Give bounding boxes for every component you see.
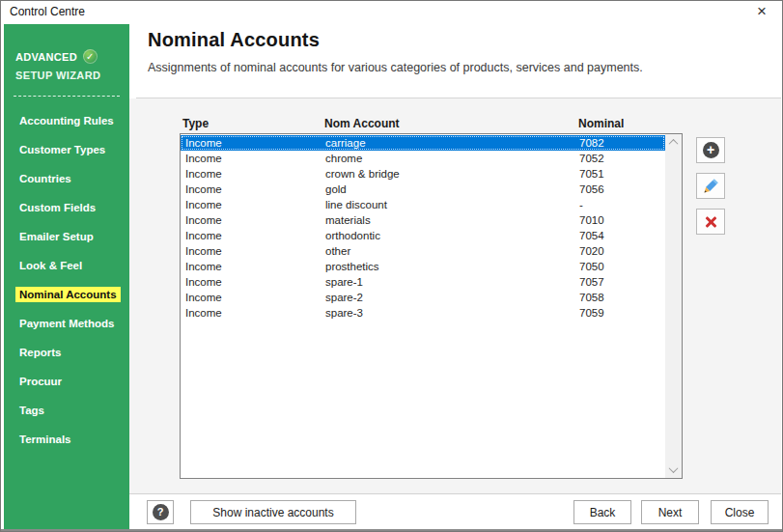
- control-centre-window: Control Centre × ADVANCED ✓ SETUP WIZARD…: [0, 0, 783, 532]
- sidebar-item-label: Countries: [15, 171, 75, 186]
- cell-type: Income: [185, 199, 325, 210]
- setup-wizard-sidebar: ADVANCED ✓ SETUP WIZARD Accounting Rules…: [4, 24, 129, 529]
- advanced-check-icon: ✓: [83, 49, 98, 64]
- column-header-nom-account: Nom Account: [324, 117, 400, 130]
- table-row[interactable]: Incomecrown & bridge7051: [181, 166, 665, 182]
- window-close-icon[interactable]: ×: [752, 2, 771, 21]
- cell-type: Income: [185, 261, 325, 272]
- sidebar-item-payment-methods[interactable]: Payment Methods: [4, 309, 129, 338]
- sidebar-item-label: Procuur: [15, 374, 66, 389]
- table-row[interactable]: Incomegold7056: [181, 182, 665, 197]
- cell-account: crown & bridge: [325, 168, 579, 180]
- sidebar-item-label: Custom Fields: [15, 200, 99, 215]
- cell-account: line discount: [325, 199, 579, 210]
- sidebar-item-label: Reports: [15, 345, 65, 360]
- table-row[interactable]: Incomematerials7010: [181, 212, 665, 228]
- sidebar-item-nominal-accounts[interactable]: Nominal Accounts: [4, 280, 129, 309]
- page-title: Nominal Accounts: [148, 29, 320, 51]
- table-row[interactable]: Incomespare-27058: [181, 290, 665, 305]
- show-inactive-accounts-button[interactable]: Show inactive accounts: [190, 500, 356, 524]
- cell-account: gold: [325, 183, 579, 195]
- cell-type: Income: [185, 292, 325, 303]
- sidebar-item-label: Look & Feel: [15, 258, 86, 273]
- table-row[interactable]: Incomeprosthetics7050: [181, 259, 665, 274]
- cell-account: chrome: [325, 153, 579, 164]
- cell-account: materials: [325, 214, 579, 226]
- plus-circle-icon: +: [703, 142, 719, 158]
- sidebar-item-procuur[interactable]: Procuur: [4, 367, 129, 396]
- cell-type: Income: [185, 183, 325, 195]
- cell-nominal: 7052: [579, 153, 665, 164]
- cell-account: spare-2: [325, 292, 579, 303]
- advanced-row: ADVANCED ✓: [15, 49, 98, 64]
- sidebar-item-tags[interactable]: Tags: [4, 396, 129, 425]
- cell-type: Income: [185, 168, 325, 180]
- pencil-icon: [702, 178, 719, 195]
- window-title: Control Centre: [10, 5, 85, 18]
- table-row[interactable]: Incomeline discount-: [181, 197, 665, 212]
- table-row[interactable]: Incomespare-17057: [181, 274, 665, 290]
- close-button[interactable]: Close: [711, 500, 769, 524]
- table-row[interactable]: Incomespare-37059: [181, 305, 665, 321]
- cell-type: Income: [185, 137, 325, 149]
- cell-type: Income: [185, 307, 325, 319]
- sidebar-item-label: Customer Types: [15, 142, 109, 157]
- nominal-accounts-list: Incomecarriage7082Incomechrome7052Income…: [180, 133, 683, 479]
- table-row[interactable]: Incomechrome7052: [181, 151, 665, 166]
- column-header-nominal: Nominal: [578, 117, 624, 130]
- window-bottom-border: [1, 529, 782, 531]
- scroll-up-icon[interactable]: [665, 134, 682, 151]
- table-row[interactable]: Incomecarriage7082: [181, 135, 665, 151]
- sidebar-item-countries[interactable]: Countries: [4, 164, 129, 193]
- help-button[interactable]: ?: [147, 500, 174, 524]
- sidebar-item-label: Payment Methods: [15, 316, 118, 331]
- table-row[interactable]: Incomeorthodontic7054: [181, 228, 665, 243]
- sidebar-nav: Accounting RulesCustomer TypesCountriesC…: [4, 106, 129, 454]
- list-scrollbar[interactable]: [665, 134, 682, 478]
- table-row[interactable]: Incomeother7020: [181, 243, 665, 259]
- add-account-button[interactable]: +: [696, 137, 725, 163]
- cell-nominal: 7020: [579, 245, 665, 257]
- delete-account-button[interactable]: [696, 209, 725, 235]
- sidebar-item-label: Accounting Rules: [15, 113, 118, 128]
- cell-type: Income: [185, 245, 325, 257]
- edit-account-button[interactable]: [696, 173, 725, 199]
- sidebar-item-reports[interactable]: Reports: [4, 338, 129, 367]
- cell-account: orthodontic: [325, 230, 579, 241]
- page-subtitle: Assignments of nominal accounts for vari…: [148, 61, 643, 74]
- sidebar-item-custom-fields[interactable]: Custom Fields: [4, 193, 129, 222]
- cell-nominal: 7057: [579, 276, 665, 288]
- cell-nominal: 7051: [579, 168, 665, 180]
- sidebar-item-look-feel[interactable]: Look & Feel: [4, 251, 129, 280]
- cell-account: spare-1: [325, 276, 579, 288]
- sidebar-divider: [14, 96, 120, 97]
- cell-type: Income: [185, 230, 325, 241]
- cell-account: prosthetics: [325, 261, 579, 272]
- next-button[interactable]: Next: [641, 500, 699, 524]
- sidebar-item-accounting-rules[interactable]: Accounting Rules: [4, 106, 129, 135]
- sidebar-item-label: Emailer Setup: [15, 229, 98, 244]
- cell-nominal: 7059: [579, 307, 665, 319]
- cell-account: carriage: [325, 137, 579, 149]
- sidebar-item-emailer-setup[interactable]: Emailer Setup: [4, 222, 129, 251]
- sidebar-item-customer-types[interactable]: Customer Types: [4, 135, 129, 164]
- sidebar-item-label: Terminals: [15, 432, 74, 447]
- setup-wizard-label: SETUP WIZARD: [15, 70, 100, 81]
- back-button[interactable]: Back: [573, 500, 631, 524]
- cell-nominal: 7082: [579, 137, 665, 149]
- cell-type: Income: [185, 214, 325, 226]
- sidebar-item-label: Tags: [15, 403, 48, 418]
- account-rows: Incomecarriage7082Incomechrome7052Income…: [181, 135, 665, 321]
- cell-nominal: 7054: [579, 230, 665, 241]
- cell-account: other: [325, 245, 579, 257]
- cell-nominal: 7058: [579, 292, 665, 303]
- scroll-down-icon[interactable]: [665, 462, 682, 478]
- column-header-type: Type: [182, 117, 209, 130]
- cell-type: Income: [185, 276, 325, 288]
- cell-account: spare-3: [325, 307, 579, 319]
- cell-type: Income: [185, 153, 325, 164]
- cell-nominal: 7010: [579, 214, 665, 226]
- sidebar-item-terminals[interactable]: Terminals: [4, 425, 129, 454]
- titlebar: Control Centre ×: [1, 1, 782, 24]
- sidebar-item-label: Nominal Accounts: [15, 287, 121, 302]
